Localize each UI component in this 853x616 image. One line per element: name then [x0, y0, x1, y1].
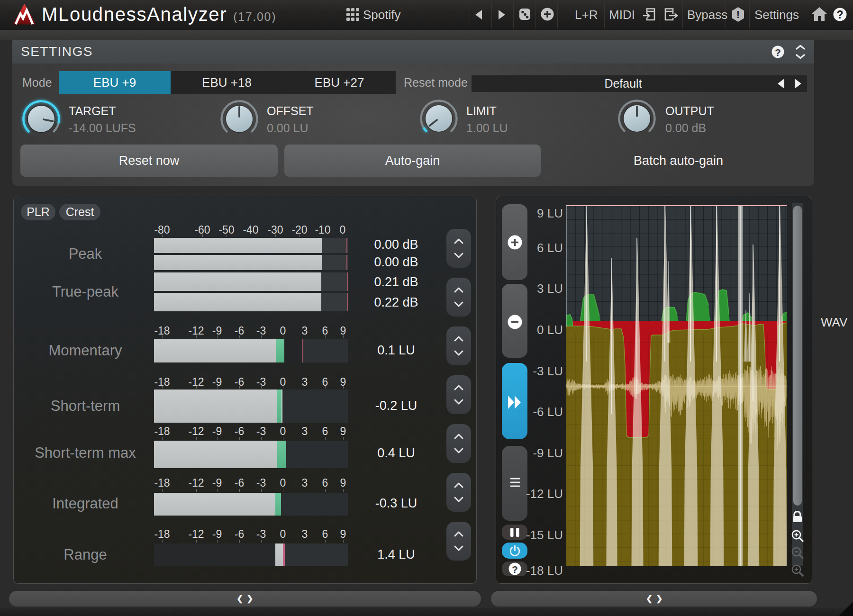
- svg-text:?: ?: [775, 47, 781, 58]
- svg-text:!: !: [736, 9, 740, 20]
- svg-text:?: ?: [836, 9, 843, 21]
